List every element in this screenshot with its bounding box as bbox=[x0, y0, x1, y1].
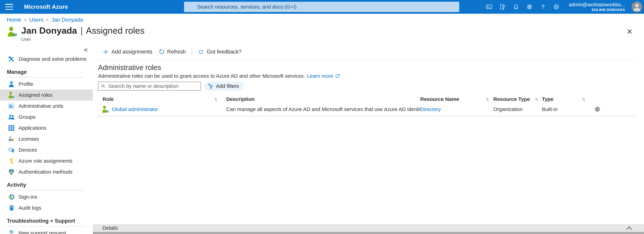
audit-logs-book-icon bbox=[8, 205, 15, 211]
row-settings-gear-icon[interactable] bbox=[594, 106, 601, 113]
breadcrumb: Home > Users > Jan Donyada bbox=[0, 14, 644, 23]
title-row: Jan Donyada | Assigned roles User bbox=[0, 25, 644, 42]
sort-icon[interactable]: ↑↓ bbox=[486, 96, 489, 102]
divider bbox=[192, 48, 192, 56]
filter-plus-icon bbox=[208, 83, 214, 90]
hamburger-menu-icon[interactable] bbox=[5, 4, 13, 10]
directory-filter-icon[interactable] bbox=[499, 3, 506, 10]
resource-name-link[interactable]: Directory bbox=[420, 106, 441, 112]
sign-ins-icon bbox=[8, 194, 15, 200]
plus-icon bbox=[102, 49, 109, 55]
add-assignments-button[interactable]: Add assignments bbox=[102, 49, 152, 55]
breadcrumb-home[interactable]: Home bbox=[7, 17, 21, 23]
topbar: Microsoft Azure bbox=[0, 0, 644, 14]
resource-name-cell: Directory bbox=[420, 106, 493, 112]
refresh-button[interactable]: Refresh bbox=[158, 49, 186, 55]
global-search-input[interactable] bbox=[184, 2, 459, 12]
account-email: admin@workatoworkbo... bbox=[569, 2, 625, 7]
sidebar-item-label: Groups bbox=[18, 114, 36, 120]
sidebar-collapse-icon[interactable]: « bbox=[84, 46, 88, 53]
sidebar-item-profile[interactable]: Profile bbox=[0, 79, 93, 90]
administrative-units-icon bbox=[8, 103, 15, 110]
sidebar-item-administrative-units[interactable]: Administrative units bbox=[0, 101, 93, 112]
details-scrollbar[interactable] bbox=[93, 232, 644, 234]
refresh-icon bbox=[158, 49, 165, 55]
sidebar-item-label: Profile bbox=[18, 81, 33, 87]
breadcrumb-current[interactable]: Jan Donyada bbox=[52, 17, 83, 23]
sidebar-item-assigned-roles[interactable]: Assigned roles bbox=[0, 90, 93, 101]
account-info[interactable]: admin@workatoworkbo... SOLIHN DONYADA bbox=[569, 2, 625, 12]
diagnose-tools-icon bbox=[8, 56, 15, 62]
sidebar-item-authentication-methods[interactable]: Authentication methods bbox=[0, 166, 93, 177]
sidebar-item-audit-logs[interactable]: Audit logs bbox=[0, 202, 93, 213]
got-feedback-button[interactable]: Got feedback? bbox=[198, 49, 242, 55]
feedback-smiley-icon[interactable] bbox=[553, 3, 560, 10]
sidebar-item-new-support-request[interactable]: New support request bbox=[0, 228, 93, 234]
table-row[interactable]: Global administrator Can manage all aspe… bbox=[98, 103, 636, 116]
command-bar: Add assignments Refresh Got feedback? bbox=[98, 48, 636, 56]
main-content: Add assignments Refresh Got feedback? Ad… bbox=[93, 43, 644, 234]
learn-more-link[interactable]: Learn more bbox=[307, 73, 333, 79]
chevron-up-icon[interactable] bbox=[626, 225, 633, 231]
column-type[interactable]: Type ↑↓ bbox=[542, 96, 592, 102]
shield-lock-icon bbox=[8, 168, 15, 175]
role-link[interactable]: Global administrator bbox=[112, 106, 158, 112]
sidebar-item-label: Applications bbox=[18, 125, 46, 131]
sidebar-item-applications[interactable]: Applications bbox=[0, 122, 93, 133]
help-icon[interactable]: ? bbox=[540, 3, 546, 10]
column-description[interactable]: Description bbox=[226, 96, 420, 102]
sidebar-section-activity: Activity bbox=[0, 182, 93, 188]
add-filters-button[interactable]: Add filters bbox=[204, 82, 244, 91]
sidebar-item-azure-role-assignments[interactable]: Azure role assignments bbox=[0, 155, 93, 166]
sort-icon[interactable]: ↑↓ bbox=[214, 96, 218, 102]
sidebar-item-groups[interactable]: Groups bbox=[0, 112, 93, 122]
settings-gear-icon[interactable] bbox=[526, 3, 533, 10]
assigned-roles-icon bbox=[8, 92, 15, 99]
sort-icon[interactable]: ↑↓ bbox=[535, 96, 538, 102]
resource-type-cell: Organization bbox=[493, 106, 542, 112]
page-title: Jan Donyada | Assigned roles bbox=[21, 25, 144, 36]
cloud-shell-icon[interactable] bbox=[486, 3, 493, 10]
details-label: Details bbox=[102, 225, 626, 231]
roles-search-input[interactable] bbox=[98, 82, 201, 91]
description-cell: Can manage all aspects of Azure AD and M… bbox=[226, 106, 420, 112]
notifications-bell-icon[interactable] bbox=[512, 3, 520, 10]
sidebar-item-label: Diagnose and solve problems bbox=[18, 56, 86, 62]
type-cell: Built-in bbox=[542, 106, 592, 112]
sidebar-item-label: Assigned roles bbox=[18, 92, 52, 98]
sidebar-item-label: Sign-ins bbox=[18, 194, 37, 200]
page-title-name: Jan Donyada bbox=[21, 25, 77, 35]
page-header: Home > Users > Jan Donyada Jan Donyada |… bbox=[0, 14, 644, 43]
devices-icon bbox=[8, 146, 15, 153]
sidebar-item-label: Licenses bbox=[18, 136, 39, 142]
sidebar: « Diagnose and solve problems Manage Pro… bbox=[0, 43, 93, 234]
sidebar-item-label: Authentication methods bbox=[18, 169, 72, 175]
account-tenant: SOLIHN DONYADA bbox=[569, 8, 625, 12]
external-link-icon bbox=[335, 73, 340, 79]
sidebar-item-devices[interactable]: Devices bbox=[0, 144, 93, 155]
sidebar-section-troubleshooting: Troubleshooting + Support bbox=[0, 218, 93, 224]
sidebar-item-label: Azure role assignments bbox=[18, 158, 72, 164]
sidebar-item-diagnose[interactable]: Diagnose and solve problems bbox=[0, 54, 93, 65]
column-resource-type[interactable]: Resource Type ↑↓ bbox=[493, 96, 542, 102]
role-user-icon bbox=[102, 106, 109, 113]
page-title-section: Assigned roles bbox=[86, 25, 144, 35]
sidebar-item-label: Audit logs bbox=[18, 205, 41, 211]
details-header[interactable]: Details bbox=[93, 224, 644, 232]
sidebar-item-label: Devices bbox=[18, 147, 37, 153]
breadcrumb-users[interactable]: Users bbox=[29, 17, 43, 23]
close-icon[interactable]: ✕ bbox=[627, 28, 633, 35]
topbar-actions: ? admin@workatoworkbo... SOLIHN DONYADA bbox=[486, 0, 644, 14]
column-role[interactable]: Role ↑↓ bbox=[98, 96, 226, 102]
column-resource-name[interactable]: Resource Name ↑↓ bbox=[420, 96, 493, 102]
table-header: Role ↑↓ Description Resource Name ↑↓ Res… bbox=[98, 96, 636, 103]
row-actions-cell bbox=[592, 106, 636, 113]
avatar[interactable] bbox=[632, 1, 642, 12]
sidebar-item-licenses[interactable]: Licenses bbox=[0, 133, 93, 144]
sidebar-item-sign-ins[interactable]: Sign-ins bbox=[0, 191, 93, 202]
details-panel-bar: Details bbox=[93, 224, 644, 234]
sort-icon[interactable]: ↑↓ bbox=[582, 96, 586, 102]
divider bbox=[7, 190, 84, 190]
divider bbox=[98, 60, 636, 60]
page-title-separator: | bbox=[80, 25, 84, 35]
